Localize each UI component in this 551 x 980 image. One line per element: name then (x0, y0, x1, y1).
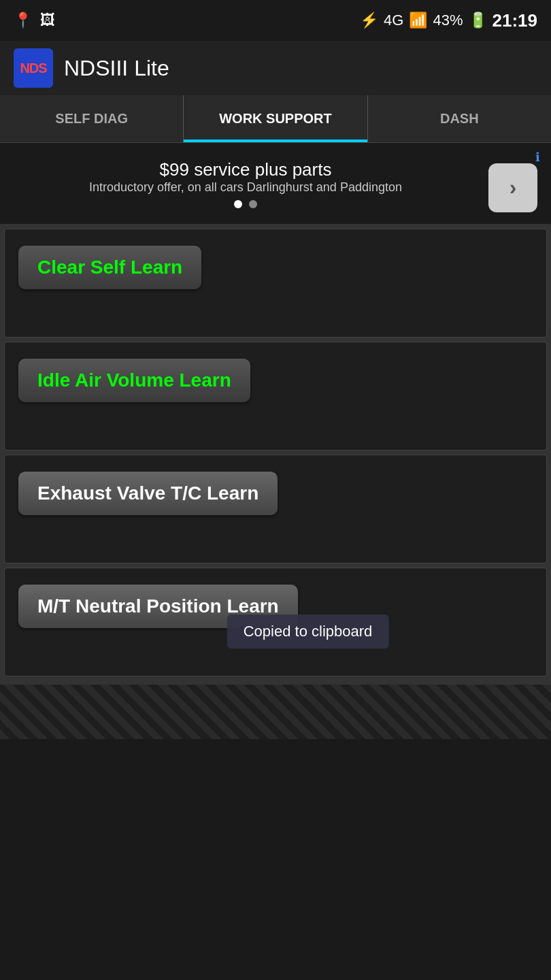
exhaust-valve-tc-learn-button[interactable]: Exhaust Valve T/C Learn (18, 472, 278, 515)
status-bar-right: ⚡ 4G 📶 43% 🔋 21:19 (360, 10, 537, 31)
clear-self-learn-button[interactable]: Clear Self Learn (18, 246, 201, 289)
app-title: NDSIII Lite (64, 56, 169, 81)
app-header: NDS NDSIII Lite (0, 41, 551, 95)
app-logo: NDS (14, 48, 53, 88)
bluetooth-icon: ⚡ (360, 12, 378, 29)
mt-neutral-position-learn-card: M/T Neutral Position Learn Copied to cli… (4, 568, 547, 676)
location-icon: 📍 (14, 12, 32, 29)
battery-percent: 43% (433, 12, 463, 29)
tab-dash[interactable]: DASH (368, 95, 551, 142)
tab-bar: SELF DIAG WORK SUPPORT DASH (0, 95, 551, 143)
image-icon: 🖼 (40, 12, 55, 29)
ad-next-arrow-icon: › (510, 175, 517, 200)
exhaust-valve-tc-learn-card: Exhaust Valve T/C Learn (4, 455, 547, 564)
ad-next-button[interactable]: › (488, 163, 537, 212)
status-bar: 📍 🖼 ⚡ 4G 📶 43% 🔋 21:19 (0, 0, 551, 41)
status-time: 21:19 (492, 10, 538, 31)
clipboard-toast-message: Copied to clipboard (244, 623, 373, 640)
clear-self-learn-card: Clear Self Learn (4, 229, 547, 338)
idle-air-volume-learn-card: Idle Air Volume Learn (4, 342, 547, 451)
ad-banner: $99 service plus parts Introductory offe… (0, 143, 551, 225)
tab-work-support[interactable]: WORK SUPPORT (184, 95, 367, 142)
signal-label: 4G (384, 12, 403, 29)
bottom-pattern (0, 685, 551, 739)
idle-air-volume-learn-button[interactable]: Idle Air Volume Learn (18, 359, 250, 402)
battery-icon: 🔋 (469, 12, 487, 29)
ad-info-icon[interactable]: ℹ (535, 150, 540, 165)
logo-text: NDS (20, 61, 46, 76)
ad-title: $99 service plus parts (14, 159, 478, 180)
ad-text-block: $99 service plus parts Introductory offe… (14, 159, 478, 208)
ad-subtitle: Introductory offer, on all cars Darlingh… (14, 180, 478, 195)
status-bar-left: 📍 🖼 (14, 12, 55, 29)
ad-dot-2[interactable] (249, 200, 257, 208)
ad-dot-1[interactable] (234, 200, 242, 208)
ad-dots (14, 200, 478, 208)
main-content: Clear Self Learn Idle Air Volume Learn E… (0, 225, 551, 685)
clipboard-toast: Copied to clipboard (227, 615, 389, 649)
signal-icon: 📶 (409, 12, 427, 29)
tab-active-indicator (184, 140, 367, 142)
tab-self-diag[interactable]: SELF DIAG (0, 95, 184, 142)
